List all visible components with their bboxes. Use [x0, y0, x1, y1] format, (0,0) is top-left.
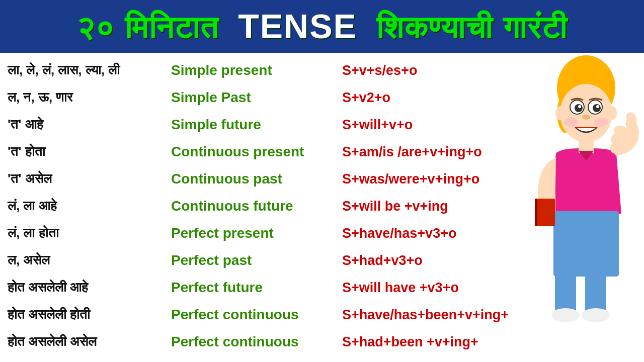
marathi-text: होत असलेली होती	[8, 305, 90, 324]
svg-point-5	[575, 104, 583, 112]
formula-text: S+will have +v3+o	[342, 279, 459, 297]
formula-text: S+had+been +v+ing+	[342, 333, 478, 351]
tense-name: Perfect continuous	[171, 306, 299, 324]
table-row: होत असलेली होती	[8, 302, 171, 327]
svg-rect-22	[535, 199, 537, 226]
formula-text: S+will+v+o	[342, 116, 413, 134]
table-row: ल, न, ऊ, णार	[8, 85, 171, 110]
marathi-text: 'त' आहे	[8, 115, 43, 134]
table-row: 'त' होता	[8, 139, 171, 164]
tense-name: Perfect continuous	[171, 360, 299, 362]
marathi-text: होत असलेली असेल	[8, 332, 97, 351]
header: २० मिनिटात TENSE शिकण्याची गारंटी	[0, 0, 644, 53]
table-row	[8, 356, 171, 362]
tense-name: Simple present	[171, 61, 272, 79]
formula-text: S+will be +v+ing	[342, 198, 448, 215]
marathi-text: लं, ला होता	[8, 224, 59, 243]
table-row: होत असलेली असेल	[8, 329, 171, 354]
header-part1: २० मिनिटात	[76, 10, 218, 45]
tense-row: Perfect past	[171, 248, 342, 273]
marathi-text: 'त' होता	[8, 142, 45, 161]
svg-point-11	[594, 118, 608, 127]
table-row: ला, ले, लं, लास, ल्या, ली	[8, 58, 171, 83]
svg-point-20	[582, 308, 610, 322]
formula-text: S+have/has+v3+o	[342, 225, 456, 242]
table-row: 'त' असेल	[8, 166, 171, 192]
svg-point-10	[564, 118, 578, 127]
tense-row: Perfect continuous	[171, 302, 342, 327]
svg-point-13	[607, 106, 617, 120]
table-row: लं, ला होता	[8, 221, 171, 246]
tense-name: Simple future	[171, 116, 261, 134]
formula-row: S+am/is /are+v+ing+o	[342, 139, 533, 164]
svg-point-6	[593, 104, 601, 112]
formula-row: S+had+been +v+ing+	[342, 329, 533, 354]
tense-row: Continuous future	[171, 194, 342, 219]
tense-name: Perfect past	[171, 251, 252, 269]
tense-name: Simple Past	[171, 88, 251, 107]
svg-rect-16	[553, 211, 619, 277]
column-marathi: ला, ले, लं, लास, ल्या, लील, न, ऊ, णार'त'…	[0, 58, 171, 362]
formula-row: S+was/were+v+ing+o	[342, 166, 533, 192]
tense-row: Simple Past	[171, 85, 342, 110]
marathi-text: ला, ले, लं, लास, ल्या, ली	[8, 61, 120, 80]
formula-row: S+have/has+v3+o	[342, 221, 533, 246]
table-row: 'त' आहे	[8, 112, 171, 137]
tense-row: Simple future	[171, 112, 342, 137]
tense-row: Continuous present	[171, 139, 342, 164]
marathi-text: 'त' असेल	[8, 169, 52, 189]
svg-point-12	[555, 106, 566, 120]
column-formula: S+v+s/es+oS+v2+oS+will+v+oS+am/is /are+v…	[342, 58, 533, 362]
column-tense: Simple presentSimple PastSimple futureCo…	[171, 58, 342, 362]
svg-point-8	[596, 105, 599, 108]
formula-text: S+v2+o	[342, 89, 390, 107]
marathi-text: ल, न, ऊ, णार	[8, 88, 72, 107]
formula-text: S+am/is /are+v+ing+o	[342, 143, 482, 161]
tense-name: Perfect present	[171, 224, 274, 242]
formula-text: S+had+v3+o	[342, 252, 423, 269]
svg-rect-17	[555, 269, 576, 314]
tense-row: Perfect continuous	[171, 329, 342, 354]
formula-row: S+will+v+o	[342, 112, 533, 137]
svg-rect-18	[585, 269, 606, 314]
formula-row: S+will be +v+ing	[342, 194, 533, 219]
table-row: ल, असेल	[8, 248, 171, 273]
svg-point-7	[578, 105, 581, 108]
tense-row: Continuous past	[171, 166, 342, 192]
svg-rect-21	[535, 199, 555, 226]
tense-name: Continuous past	[171, 170, 282, 188]
formula-row: S+v+s/es+o	[342, 58, 533, 83]
tense-row: Perfect continuous	[171, 356, 342, 362]
tense-row: Simple present	[171, 58, 342, 83]
tense-row: Perfect present	[171, 221, 342, 246]
tense-name: Continuous future	[171, 197, 293, 215]
header-tense: TENSE	[238, 7, 357, 45]
formula-text: S+was/were+v+ing+o	[342, 170, 479, 188]
formula-row: S+will have +been +v+ing+	[342, 356, 533, 362]
formula-text: S+have/has+been+v+ing+	[342, 306, 509, 324]
content-area: ला, ले, लं, लास, ल्या, लील, न, ऊ, णार'त'…	[0, 53, 644, 362]
tense-name: Perfect future	[171, 279, 263, 297]
formula-row: S+had+v3+o	[342, 248, 533, 273]
formula-row: S+will have +v3+o	[342, 275, 533, 300]
formula-row: S+have/has+been+v+ing+	[342, 302, 533, 327]
tense-row: Perfect future	[171, 275, 342, 300]
marathi-text: लं, ला आहे	[8, 197, 57, 216]
formula-text: S+v+s/es+o	[342, 62, 417, 79]
cartoon-character	[521, 53, 641, 334]
svg-point-9	[582, 115, 590, 120]
marathi-text: ल, असेल	[8, 251, 50, 270]
tense-name: Continuous present	[171, 143, 304, 161]
formula-text: S+will have +been +v+ing+	[342, 360, 515, 363]
formula-row: S+v2+o	[342, 85, 533, 110]
table-row: होत असलेली आहे	[8, 275, 171, 300]
header-part2: शिकण्याची गारंटी	[376, 10, 567, 45]
marathi-text: होत असलेली आहे	[8, 278, 88, 297]
svg-point-19	[551, 308, 580, 322]
svg-point-2	[560, 84, 612, 142]
table-row: लं, ला आहे	[8, 194, 171, 219]
tense-name: Perfect continuous	[171, 333, 299, 351]
